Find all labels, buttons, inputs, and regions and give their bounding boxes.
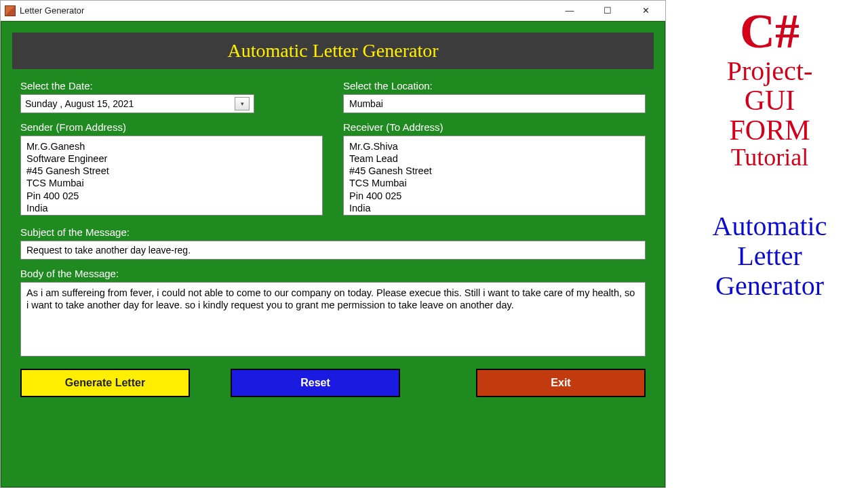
date-value: Sunday , August 15, 2021: [25, 98, 235, 109]
promo-blue-1: Automatic: [678, 211, 861, 241]
page-title: Automatic Letter Generator: [228, 40, 439, 62]
promo-line-tutorial: Tutorial: [678, 145, 861, 171]
subject-label: Subject of the Message:: [20, 226, 646, 238]
subject-input[interactable]: [20, 241, 646, 260]
button-row: Generate Letter Reset Exit: [1, 359, 665, 397]
calendar-icon[interactable]: ▾: [235, 97, 250, 110]
close-button[interactable]: ✕: [633, 3, 658, 19]
body-label: Body of the Message:: [20, 268, 646, 279]
header-bar: Automatic Letter Generator: [12, 33, 654, 69]
exit-button[interactable]: Exit: [476, 369, 646, 397]
subject-group: Subject of the Message:: [20, 224, 646, 260]
location-group: Select the Location:: [343, 77, 646, 113]
date-picker[interactable]: Sunday , August 15, 2021 ▾: [20, 94, 254, 113]
generate-button[interactable]: Generate Letter: [20, 369, 190, 397]
maximize-button[interactable]: ☐: [595, 3, 620, 19]
app-window: Letter Generator — ☐ ✕ Automatic Letter …: [0, 0, 666, 488]
sender-group: Sender (From Address): [20, 119, 323, 218]
form-body: Automatic Letter Generator Select the Da…: [1, 21, 665, 487]
titlebar: Letter Generator — ☐ ✕: [1, 1, 665, 21]
promo-line-project: Project-: [678, 57, 861, 85]
form-grid: Select the Date: Sunday , August 15, 202…: [1, 77, 665, 359]
location-label: Select the Location:: [343, 80, 646, 92]
location-input[interactable]: [343, 94, 646, 113]
window-title: Letter Generator: [20, 5, 557, 16]
sender-textarea[interactable]: [20, 136, 323, 216]
body-textarea[interactable]: [20, 282, 646, 357]
window-controls: — ☐ ✕: [557, 3, 661, 19]
promo-line-form: FORM: [678, 115, 861, 145]
sender-label: Sender (From Address): [20, 121, 323, 133]
promo-line-csharp: C#: [678, 7, 861, 56]
app-icon: [5, 5, 16, 16]
date-group: Select the Date: Sunday , August 15, 202…: [20, 77, 323, 113]
receiver-textarea[interactable]: [343, 136, 646, 216]
body-group: Body of the Message:: [20, 265, 646, 359]
reset-button[interactable]: Reset: [231, 369, 400, 397]
receiver-group: Receiver (To Address): [343, 119, 646, 218]
promo-blue-2: Letter: [678, 241, 861, 271]
promo-line-gui: GUI: [678, 85, 861, 115]
promo-blue-3: Generator: [678, 271, 861, 301]
receiver-label: Receiver (To Address): [343, 121, 646, 133]
date-label: Select the Date:: [20, 80, 323, 92]
promo-sidebar: C# Project- GUI FORM Tutorial Automatic …: [678, 7, 861, 301]
minimize-button[interactable]: —: [557, 3, 583, 19]
